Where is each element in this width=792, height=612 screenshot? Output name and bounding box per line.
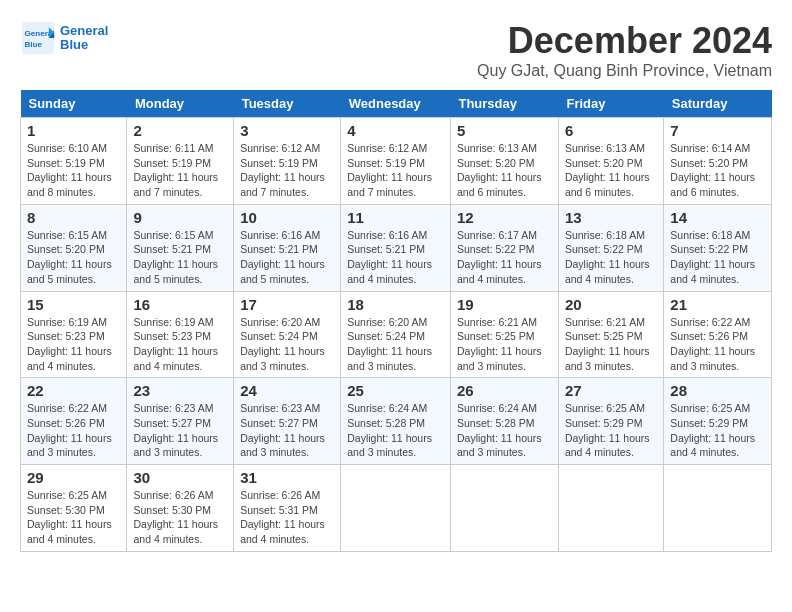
- day-number: 18: [347, 296, 444, 313]
- day-number: 29: [27, 469, 120, 486]
- page-header: General Blue GeneralBlue December 2024 Q…: [20, 20, 772, 80]
- day-info: Sunrise: 6:23 AM Sunset: 5:27 PM Dayligh…: [240, 401, 334, 460]
- day-info: Sunrise: 6:19 AM Sunset: 5:23 PM Dayligh…: [27, 315, 120, 374]
- day-number: 30: [133, 469, 227, 486]
- header-sunday: Sunday: [21, 90, 127, 118]
- day-number: 14: [670, 209, 765, 226]
- day-number: 10: [240, 209, 334, 226]
- calendar-day-cell: 5 Sunrise: 6:13 AM Sunset: 5:20 PM Dayli…: [450, 118, 558, 205]
- calendar-week-row: 15 Sunrise: 6:19 AM Sunset: 5:23 PM Dayl…: [21, 291, 772, 378]
- calendar-day-cell: 22 Sunrise: 6:22 AM Sunset: 5:26 PM Dayl…: [21, 378, 127, 465]
- header-friday: Friday: [558, 90, 663, 118]
- day-info: Sunrise: 6:19 AM Sunset: 5:23 PM Dayligh…: [133, 315, 227, 374]
- day-info: Sunrise: 6:11 AM Sunset: 5:19 PM Dayligh…: [133, 141, 227, 200]
- day-number: 1: [27, 122, 120, 139]
- day-number: 22: [27, 382, 120, 399]
- day-number: 26: [457, 382, 552, 399]
- calendar-day-cell: 28 Sunrise: 6:25 AM Sunset: 5:29 PM Dayl…: [664, 378, 772, 465]
- day-info: Sunrise: 6:15 AM Sunset: 5:20 PM Dayligh…: [27, 228, 120, 287]
- calendar-day-cell: 23 Sunrise: 6:23 AM Sunset: 5:27 PM Dayl…: [127, 378, 234, 465]
- day-info: Sunrise: 6:15 AM Sunset: 5:21 PM Dayligh…: [133, 228, 227, 287]
- day-number: 16: [133, 296, 227, 313]
- calendar-day-cell: 12 Sunrise: 6:17 AM Sunset: 5:22 PM Dayl…: [450, 204, 558, 291]
- calendar-day-cell: 17 Sunrise: 6:20 AM Sunset: 5:24 PM Dayl…: [234, 291, 341, 378]
- day-number: 6: [565, 122, 657, 139]
- calendar-day-cell: 20 Sunrise: 6:21 AM Sunset: 5:25 PM Dayl…: [558, 291, 663, 378]
- day-info: Sunrise: 6:26 AM Sunset: 5:30 PM Dayligh…: [133, 488, 227, 547]
- day-info: Sunrise: 6:24 AM Sunset: 5:28 PM Dayligh…: [457, 401, 552, 460]
- day-number: 17: [240, 296, 334, 313]
- day-number: 15: [27, 296, 120, 313]
- calendar-day-cell: 9 Sunrise: 6:15 AM Sunset: 5:21 PM Dayli…: [127, 204, 234, 291]
- day-number: 3: [240, 122, 334, 139]
- logo-text: GeneralBlue: [60, 24, 108, 53]
- calendar-day-cell: 3 Sunrise: 6:12 AM Sunset: 5:19 PM Dayli…: [234, 118, 341, 205]
- logo-icon: General Blue: [20, 20, 56, 56]
- calendar-day-cell: 24 Sunrise: 6:23 AM Sunset: 5:27 PM Dayl…: [234, 378, 341, 465]
- day-info: Sunrise: 6:20 AM Sunset: 5:24 PM Dayligh…: [347, 315, 444, 374]
- day-number: 11: [347, 209, 444, 226]
- day-number: 2: [133, 122, 227, 139]
- calendar-day-cell: 25 Sunrise: 6:24 AM Sunset: 5:28 PM Dayl…: [341, 378, 451, 465]
- day-number: 25: [347, 382, 444, 399]
- calendar-day-cell: [341, 465, 451, 552]
- day-info: Sunrise: 6:17 AM Sunset: 5:22 PM Dayligh…: [457, 228, 552, 287]
- day-info: Sunrise: 6:22 AM Sunset: 5:26 PM Dayligh…: [27, 401, 120, 460]
- day-info: Sunrise: 6:14 AM Sunset: 5:20 PM Dayligh…: [670, 141, 765, 200]
- calendar-day-cell: 18 Sunrise: 6:20 AM Sunset: 5:24 PM Dayl…: [341, 291, 451, 378]
- day-info: Sunrise: 6:10 AM Sunset: 5:19 PM Dayligh…: [27, 141, 120, 200]
- svg-text:Blue: Blue: [25, 40, 43, 49]
- day-number: 28: [670, 382, 765, 399]
- day-number: 4: [347, 122, 444, 139]
- day-info: Sunrise: 6:18 AM Sunset: 5:22 PM Dayligh…: [565, 228, 657, 287]
- day-number: 24: [240, 382, 334, 399]
- header-tuesday: Tuesday: [234, 90, 341, 118]
- calendar-day-cell: [664, 465, 772, 552]
- header-thursday: Thursday: [450, 90, 558, 118]
- day-info: Sunrise: 6:12 AM Sunset: 5:19 PM Dayligh…: [347, 141, 444, 200]
- calendar-day-cell: 2 Sunrise: 6:11 AM Sunset: 5:19 PM Dayli…: [127, 118, 234, 205]
- day-info: Sunrise: 6:22 AM Sunset: 5:26 PM Dayligh…: [670, 315, 765, 374]
- day-info: Sunrise: 6:13 AM Sunset: 5:20 PM Dayligh…: [457, 141, 552, 200]
- day-number: 12: [457, 209, 552, 226]
- calendar-day-cell: 26 Sunrise: 6:24 AM Sunset: 5:28 PM Dayl…: [450, 378, 558, 465]
- day-number: 19: [457, 296, 552, 313]
- day-info: Sunrise: 6:12 AM Sunset: 5:19 PM Dayligh…: [240, 141, 334, 200]
- calendar-day-cell: 31 Sunrise: 6:26 AM Sunset: 5:31 PM Dayl…: [234, 465, 341, 552]
- day-info: Sunrise: 6:24 AM Sunset: 5:28 PM Dayligh…: [347, 401, 444, 460]
- calendar-table: Sunday Monday Tuesday Wednesday Thursday…: [20, 90, 772, 552]
- day-number: 7: [670, 122, 765, 139]
- calendar-day-cell: 13 Sunrise: 6:18 AM Sunset: 5:22 PM Dayl…: [558, 204, 663, 291]
- day-number: 8: [27, 209, 120, 226]
- day-number: 20: [565, 296, 657, 313]
- calendar-day-cell: 8 Sunrise: 6:15 AM Sunset: 5:20 PM Dayli…: [21, 204, 127, 291]
- calendar-week-row: 8 Sunrise: 6:15 AM Sunset: 5:20 PM Dayli…: [21, 204, 772, 291]
- title-area: December 2024 Quy GJat, Quang Binh Provi…: [477, 20, 772, 80]
- day-number: 9: [133, 209, 227, 226]
- calendar-title: December 2024: [477, 20, 772, 62]
- calendar-day-cell: [450, 465, 558, 552]
- calendar-header-row: Sunday Monday Tuesday Wednesday Thursday…: [21, 90, 772, 118]
- day-info: Sunrise: 6:21 AM Sunset: 5:25 PM Dayligh…: [565, 315, 657, 374]
- calendar-day-cell: 16 Sunrise: 6:19 AM Sunset: 5:23 PM Dayl…: [127, 291, 234, 378]
- calendar-subtitle: Quy GJat, Quang Binh Province, Vietnam: [477, 62, 772, 80]
- day-number: 5: [457, 122, 552, 139]
- day-number: 23: [133, 382, 227, 399]
- day-number: 31: [240, 469, 334, 486]
- calendar-day-cell: 11 Sunrise: 6:16 AM Sunset: 5:21 PM Dayl…: [341, 204, 451, 291]
- header-monday: Monday: [127, 90, 234, 118]
- day-info: Sunrise: 6:25 AM Sunset: 5:29 PM Dayligh…: [565, 401, 657, 460]
- calendar-day-cell: 15 Sunrise: 6:19 AM Sunset: 5:23 PM Dayl…: [21, 291, 127, 378]
- day-number: 13: [565, 209, 657, 226]
- day-number: 21: [670, 296, 765, 313]
- day-info: Sunrise: 6:21 AM Sunset: 5:25 PM Dayligh…: [457, 315, 552, 374]
- calendar-day-cell: 7 Sunrise: 6:14 AM Sunset: 5:20 PM Dayli…: [664, 118, 772, 205]
- calendar-day-cell: 30 Sunrise: 6:26 AM Sunset: 5:30 PM Dayl…: [127, 465, 234, 552]
- header-saturday: Saturday: [664, 90, 772, 118]
- day-info: Sunrise: 6:18 AM Sunset: 5:22 PM Dayligh…: [670, 228, 765, 287]
- day-number: 27: [565, 382, 657, 399]
- header-wednesday: Wednesday: [341, 90, 451, 118]
- calendar-day-cell: 6 Sunrise: 6:13 AM Sunset: 5:20 PM Dayli…: [558, 118, 663, 205]
- calendar-week-row: 1 Sunrise: 6:10 AM Sunset: 5:19 PM Dayli…: [21, 118, 772, 205]
- logo: General Blue GeneralBlue: [20, 20, 108, 56]
